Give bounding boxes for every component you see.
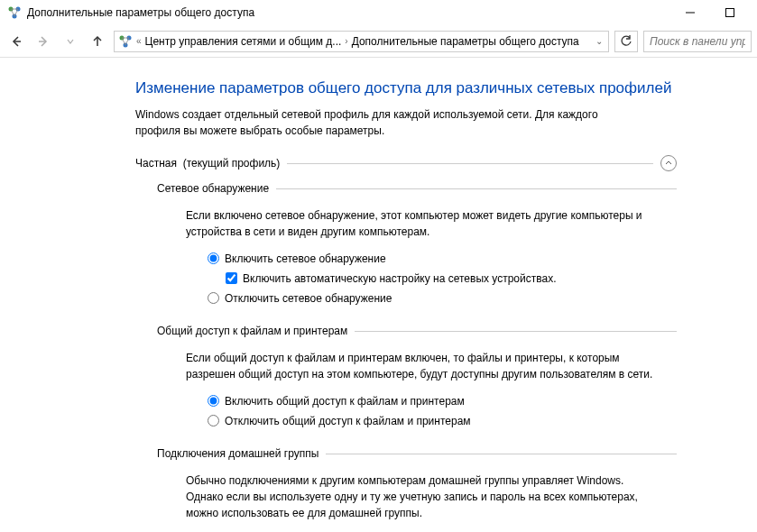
- collapse-button[interactable]: [660, 155, 677, 171]
- section-title: Общий доступ к файлам и принтерам: [157, 325, 347, 337]
- refresh-button[interactable]: [614, 31, 638, 52]
- back-button[interactable]: [5, 31, 27, 52]
- divider: [287, 163, 653, 164]
- section-description: Если включено сетевое обнаружение, этот …: [186, 207, 655, 240]
- section-title: Сетевое обнаружение: [157, 182, 269, 195]
- chevron-left-icon: «: [136, 36, 142, 46]
- option-row: Включить сетевое обнаружение: [208, 251, 757, 267]
- section-fileshare: Общий доступ к файлам и принтерам Если о…: [157, 325, 757, 429]
- section-description: Если общий доступ к файлам и принтерам в…: [186, 350, 655, 382]
- profile-name: Частная (текущий профиль): [135, 157, 280, 170]
- window-title: Дополнительные параметры общего доступа: [27, 6, 670, 19]
- section-discovery: Сетевое обнаружение Если включено сетево…: [157, 182, 757, 307]
- maximize-button[interactable]: [710, 0, 750, 25]
- section-header: Подключения домашней группы: [157, 447, 677, 460]
- profile-header: Частная (текущий профиль): [135, 155, 677, 171]
- checkbox-auto-setup[interactable]: [226, 272, 237, 284]
- divider: [355, 331, 677, 332]
- content-area: Изменение параметров общего доступа для …: [0, 58, 757, 532]
- network-icon: [7, 5, 22, 20]
- discovery-options: Включить сетевое обнаружение Включить ав…: [208, 251, 757, 307]
- radio-discovery-on[interactable]: [208, 252, 219, 264]
- network-icon: [118, 34, 133, 49]
- radio-label[interactable]: Включить общий доступ к файлам и принтер…: [225, 393, 465, 409]
- titlebar: Дополнительные параметры общего доступа: [0, 0, 757, 25]
- window-controls: [670, 0, 750, 25]
- section-title: Подключения домашней группы: [157, 447, 318, 460]
- radio-fileshare-off[interactable]: [208, 415, 219, 427]
- radio-label[interactable]: Отключить общий доступ к файлам и принте…: [225, 413, 471, 429]
- section-header: Сетевое обнаружение: [157, 182, 677, 195]
- page-heading: Изменение параметров общего доступа для …: [135, 79, 757, 97]
- fileshare-options: Включить общий доступ к файлам и принтер…: [208, 393, 757, 429]
- checkbox-label[interactable]: Включить автоматическую настройку на сет…: [243, 271, 557, 287]
- navbar: « Центр управления сетями и общим д... ›…: [0, 25, 757, 58]
- chevron-right-icon: ›: [345, 36, 347, 46]
- up-button[interactable]: [87, 31, 108, 52]
- breadcrumb-item[interactable]: Дополнительные параметры общего доступа: [352, 35, 579, 48]
- search-input[interactable]: [650, 35, 745, 48]
- option-row: Отключить общий доступ к файлам и принте…: [208, 413, 757, 429]
- breadcrumb[interactable]: « Центр управления сетями и общим д... ›…: [114, 31, 609, 52]
- radio-label[interactable]: Включить сетевое обнаружение: [225, 251, 386, 267]
- section-description: Обычно подключениями к другим компьютера…: [186, 472, 655, 521]
- page-subtext: Windows создает отдельный сетевой профил…: [135, 106, 641, 139]
- radio-fileshare-on[interactable]: [208, 395, 219, 407]
- radio-label[interactable]: Отключить сетевое обнаружение: [225, 290, 392, 307]
- section-homegroup: Подключения домашней группы Обычно подкл…: [157, 447, 757, 532]
- svg-rect-4: [726, 9, 734, 17]
- recent-dropdown[interactable]: [60, 31, 81, 52]
- divider: [276, 188, 677, 189]
- breadcrumb-item[interactable]: Центр управления сетями и общим д...: [145, 35, 342, 48]
- section-header: Общий доступ к файлам и принтерам: [157, 325, 677, 337]
- chevron-down-icon[interactable]: ⌄: [595, 36, 603, 46]
- option-row: Включить автоматическую настройку на сет…: [226, 271, 757, 287]
- divider: [326, 454, 677, 454]
- option-row: Отключить сетевое обнаружение: [208, 290, 757, 307]
- forward-button[interactable]: [32, 31, 54, 52]
- minimize-button[interactable]: [670, 0, 710, 25]
- search-box[interactable]: [643, 31, 752, 52]
- radio-discovery-off[interactable]: [208, 292, 219, 304]
- option-row: Включить общий доступ к файлам и принтер…: [208, 393, 757, 409]
